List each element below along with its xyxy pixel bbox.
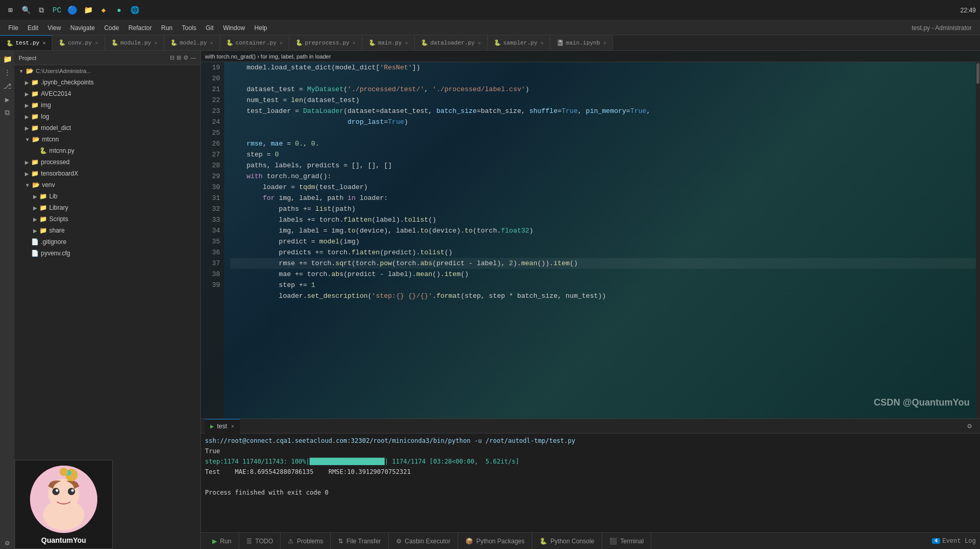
tree-item-pyvenv[interactable]: ▶ 📄 pyvenv.cfg	[14, 248, 200, 259]
run-tab[interactable]: ▶ test ✕	[205, 419, 240, 434]
tree-item-venv[interactable]: ▼ 📂 venv	[14, 179, 200, 191]
settings-icon[interactable]: ⚙	[183, 54, 188, 61]
tab-close-icon[interactable]: ✕	[540, 40, 544, 46]
close-panel-icon[interactable]: —	[191, 54, 196, 61]
tab-test-py[interactable]: 🐍 test.py ✕	[0, 35, 52, 51]
tree-item-root[interactable]: ▼ 📂 C:\Users\Administra...	[14, 65, 200, 77]
python-console-icon: 🐍	[539, 538, 547, 545]
menu-code[interactable]: Code	[100, 23, 123, 33]
code-line-20	[230, 73, 980, 84]
tree-item-model-dict[interactable]: ▶ 📁 model_dict	[14, 122, 200, 134]
git-icon[interactable]: ⎇	[1, 80, 13, 92]
bottom-tab-python-packages[interactable]: 📦 Python Packages	[458, 533, 532, 550]
menu-help[interactable]: Help	[250, 23, 271, 33]
console-settings-icon[interactable]: ⚙	[968, 422, 972, 430]
folder-icon: 📁	[31, 90, 39, 97]
expand-icon[interactable]: ⊞	[177, 54, 181, 61]
search-icon[interactable]: 🔍	[20, 4, 32, 17]
tab-close-icon[interactable]: ✕	[478, 40, 481, 46]
folder-icon: 📁	[31, 124, 39, 132]
tab-label: preprocess.py	[305, 40, 349, 46]
bottom-tab-filetransfer[interactable]: ⇅ File Transfer	[331, 533, 389, 550]
console-output: ssh://root@connect.cqa1.seetacloud.com:3…	[201, 434, 980, 532]
tree-item-processed[interactable]: ▶ 📁 processed	[14, 156, 200, 168]
tab-preprocess-py[interactable]: 🐍 preprocess.py ✕	[289, 35, 362, 51]
app2-icon[interactable]: ●	[113, 4, 125, 17]
tree-item-tensorboardx[interactable]: ▶ 📁 tensorboardX	[14, 168, 200, 179]
tab-dataloader-py[interactable]: 🐍 dataloader.py ✕	[415, 35, 488, 51]
tree-item-gitignore[interactable]: ▶ 📄 .gitignore	[14, 236, 200, 248]
code-line-32: paths += list(path)	[230, 204, 980, 214]
menu-edit[interactable]: Edit	[23, 23, 42, 33]
tab-label: container.py	[236, 40, 276, 46]
file-icon: 📄	[31, 238, 39, 245]
tree-item-library[interactable]: ▶ 📁 Library	[14, 202, 200, 213]
bottom-tab-python-console[interactable]: 🐍 Python Console	[532, 533, 602, 550]
tree-item-share[interactable]: ▶ 📁 share	[14, 225, 200, 236]
tab-close-icon[interactable]: ✕	[405, 40, 408, 46]
event-log[interactable]: 4 Event Log	[932, 538, 976, 545]
tab-label: test.py	[16, 40, 39, 46]
code-line-39: step += 1	[230, 280, 980, 291]
menu-file[interactable]: File	[4, 23, 22, 33]
tab-close-icon[interactable]: ✕	[42, 40, 46, 46]
pycharm-icon[interactable]: PC	[51, 4, 63, 17]
tree-item-log[interactable]: ▶ 📁 log	[14, 111, 200, 122]
tree-item-avec2014[interactable]: ▶ 📁 AVEC2014	[14, 88, 200, 99]
code-container[interactable]: 19 20 21 22 23 24 25 26 27 28 29 30 31 3…	[201, 62, 980, 418]
tree-item-mtcnn[interactable]: ▼ 📂 mtcnn	[14, 134, 200, 145]
bottom-tab-run-label: Run	[220, 538, 231, 545]
tab-module-py[interactable]: 🐍 module.py ✕	[105, 35, 164, 51]
menu-navigate[interactable]: Navigate	[66, 23, 99, 33]
tab-conv-py[interactable]: 🐍 conv.py ✕	[52, 35, 105, 51]
tree-item-img[interactable]: ▶ 📁 img	[14, 99, 200, 111]
tree-item-mtcnn-py[interactable]: ▶ 🐍 mtcnn.py	[14, 145, 200, 156]
settings-sidebar-icon[interactable]: ⚙	[1, 537, 13, 549]
bottom-tab-run[interactable]: ▶ Run	[205, 533, 239, 550]
menu-window[interactable]: Window	[219, 23, 250, 33]
menu-tools[interactable]: Tools	[178, 23, 200, 33]
start-icon[interactable]: ⊞	[4, 4, 17, 17]
menu-run[interactable]: Run	[157, 23, 177, 33]
tab-close-icon[interactable]: ✕	[210, 40, 213, 46]
code-editor[interactable]: model.load_state_dict(model_dict['ResNet…	[224, 62, 980, 418]
scroll-indicator[interactable]	[976, 62, 980, 418]
tab-container-py[interactable]: 🐍 container.py ✕	[220, 35, 289, 51]
bottom-tab-console-label: Python Console	[550, 538, 594, 545]
tab-close-icon[interactable]: ✕	[603, 40, 606, 46]
bottom-tab-problems[interactable]: ⚠ Problems	[281, 533, 331, 550]
chrome-icon[interactable]: 🔵	[66, 4, 79, 17]
app3-icon[interactable]: 🌐	[128, 4, 141, 17]
tab-sampler-py[interactable]: 🐍 sampler.py ✕	[488, 35, 550, 51]
bottom-tab-problems-label: Problems	[297, 538, 323, 545]
tab-model-py[interactable]: 🐍 model.py ✕	[164, 35, 220, 51]
tab-close-icon[interactable]: ✕	[95, 40, 98, 46]
tab-close-icon[interactable]: ✕	[280, 40, 283, 46]
bottom-tab-terminal[interactable]: ⬛ Terminal	[602, 533, 651, 550]
tab-main-py[interactable]: 🐍 main.py ✕	[362, 35, 415, 51]
menu-git[interactable]: Git	[201, 23, 217, 33]
app1-icon[interactable]: ◆	[97, 4, 110, 17]
tab-main-ipynb[interactable]: 📓 main.ipynb ✕	[550, 35, 613, 51]
taskview-icon[interactable]: ⧉	[35, 4, 48, 17]
avatar-overlay: QuantumYou	[14, 460, 113, 549]
bottom-tab-todo[interactable]: ☰ TODO	[239, 533, 281, 550]
play-icon: ▶	[212, 538, 217, 545]
menu-refactor[interactable]: Refactor	[124, 23, 156, 33]
structure-icon[interactable]: ⋮	[1, 66, 13, 79]
tab-label: sampler.py	[503, 40, 537, 46]
explorer-icon[interactable]: 📁	[82, 4, 94, 17]
menu-view[interactable]: View	[43, 23, 65, 33]
extensions-icon[interactable]: ⧉	[1, 107, 13, 119]
collapse-icon[interactable]: ⊟	[170, 54, 174, 61]
tree-item-lib[interactable]: ▶ 📁 Lib	[14, 191, 200, 202]
run-debug-icon[interactable]: ▶	[1, 93, 13, 106]
run-tab-close[interactable]: ✕	[231, 423, 235, 429]
tree-item-scripts[interactable]: ▶ 📁 Scripts	[14, 213, 200, 225]
tab-close-icon[interactable]: ✕	[154, 40, 157, 46]
project-icon[interactable]: 📁	[1, 53, 13, 65]
code-view[interactable]: with torch.no_grad() › for img, label, p…	[201, 51, 980, 418]
tab-close-icon[interactable]: ✕	[353, 40, 356, 46]
bottom-tab-casbin[interactable]: ⚙ Casbin Executor	[389, 533, 458, 550]
tree-item-checkpoints[interactable]: ▶ 📁 .ipynb_checkpoints	[14, 77, 200, 88]
